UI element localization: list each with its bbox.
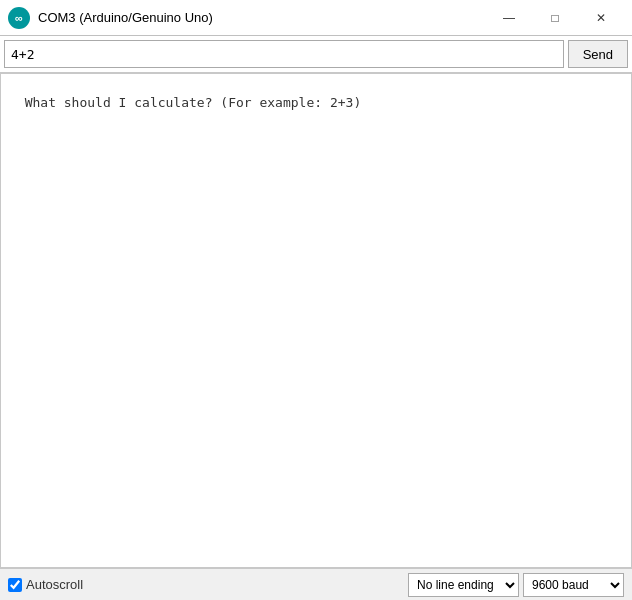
serial-output: What should I calculate? (For example: 2… (0, 73, 632, 568)
autoscroll-checkbox[interactable] (8, 578, 22, 592)
line-ending-select[interactable]: No line ending Newline Carriage return B… (408, 573, 519, 597)
input-row: Send (0, 36, 632, 73)
autoscroll-section: Autoscroll (8, 577, 83, 592)
close-button[interactable]: ✕ (578, 3, 624, 33)
maximize-button[interactable]: □ (532, 3, 578, 33)
serial-input[interactable] (4, 40, 564, 68)
minimize-button[interactable]: — (486, 3, 532, 33)
baud-rate-select[interactable]: 300 baud 1200 baud 2400 baud 4800 baud 9… (523, 573, 624, 597)
serial-output-text: What should I calculate? (For example: 2… (25, 95, 362, 110)
window-title: COM3 (Arduino/Genuino Uno) (38, 10, 486, 25)
status-bar: Autoscroll No line ending Newline Carria… (0, 568, 632, 600)
window-controls: — □ ✕ (486, 3, 624, 33)
send-button[interactable]: Send (568, 40, 628, 68)
title-bar: ∞ COM3 (Arduino/Genuino Uno) — □ ✕ (0, 0, 632, 36)
arduino-logo: ∞ (8, 7, 30, 29)
svg-text:∞: ∞ (15, 12, 23, 24)
status-right: No line ending Newline Carriage return B… (408, 573, 624, 597)
autoscroll-label: Autoscroll (26, 577, 83, 592)
